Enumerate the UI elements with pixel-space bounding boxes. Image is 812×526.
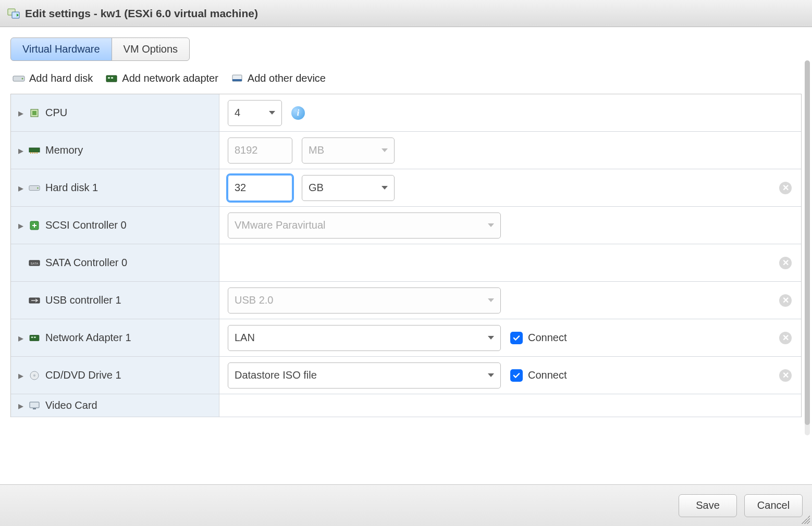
usb1-type-value: USB 2.0 xyxy=(235,294,273,306)
nic1-network-select[interactable]: LAN xyxy=(228,325,501,351)
save-button[interactable]: Save xyxy=(679,494,737,517)
dialog-footer: Save Cancel xyxy=(0,484,812,526)
row-memory-label-cell[interactable]: ▸ Memory xyxy=(11,132,219,169)
chevron-down-icon xyxy=(488,336,494,340)
memory-size-value[interactable] xyxy=(235,144,286,156)
expand-icon[interactable]: ▸ xyxy=(18,110,23,116)
svg-rect-12 xyxy=(30,152,31,154)
row-network-adapter-1-label: Network Adapter 1 xyxy=(45,332,131,344)
expand-icon[interactable]: ▸ xyxy=(18,185,23,191)
row-cpu-label-cell[interactable]: ▸ CPU xyxy=(11,94,219,131)
svg-rect-28 xyxy=(33,408,36,409)
row-video-card-label-cell[interactable]: ▸ Video Card xyxy=(11,394,219,417)
row-sata-controller-0-label-cell[interactable]: SATA SATA Controller 0 xyxy=(11,244,219,281)
row-hard-disk-1-label-cell[interactable]: ▸ Hard disk 1 xyxy=(11,169,219,206)
row-sata-controller-0-label: SATA Controller 0 xyxy=(45,257,127,269)
expand-icon[interactable]: ▸ xyxy=(18,403,23,408)
add-hard-disk-label: Add hard disk xyxy=(29,72,93,84)
row-cddvd-drive-1: ▸ CD/DVD Drive 1 Datastore ISO file Conn… xyxy=(11,357,801,394)
svg-rect-24 xyxy=(34,336,36,338)
row-network-adapter-1-label-cell[interactable]: ▸ Network Adapter 1 xyxy=(11,319,219,356)
nic1-connect-checkbox[interactable]: Connect xyxy=(510,332,567,344)
row-sata-controller-0: SATA SATA Controller 0 ✕ xyxy=(11,244,801,282)
chevron-down-icon xyxy=(269,111,275,115)
sata-icon: SATA xyxy=(29,258,40,268)
expand-icon[interactable]: ▸ xyxy=(18,335,23,341)
row-hard-disk-1-label: Hard disk 1 xyxy=(45,182,98,194)
row-video-card: ▸ Video Card xyxy=(11,394,801,417)
scrollbar-thumb[interactable] xyxy=(805,60,810,425)
checkbox-checked-icon xyxy=(510,332,523,344)
svg-rect-27 xyxy=(30,402,39,408)
resize-grip[interactable] xyxy=(802,516,810,524)
tab-virtual-hardware[interactable]: Virtual Hardware xyxy=(10,37,112,61)
svg-text:SATA: SATA xyxy=(31,262,39,265)
dialog-body: Virtual Hardware VM Options Add hard dis… xyxy=(0,27,812,484)
row-scsi-controller-0-label-cell[interactable]: ▸ SCSI Controller 0 xyxy=(11,207,219,244)
row-network-adapter-1: ▸ Network Adapter 1 LAN Connect ✕ xyxy=(11,319,801,357)
disk1-unit-select[interactable]: GB xyxy=(302,175,395,201)
hard-disk-icon xyxy=(13,74,25,83)
disk1-size-input[interactable] xyxy=(228,175,292,201)
svg-rect-6 xyxy=(111,77,113,79)
add-other-device-label: Add other device xyxy=(248,72,326,84)
vm-edit-icon xyxy=(7,7,20,20)
memory-unit-value: MB xyxy=(309,144,324,156)
row-cpu-label: CPU xyxy=(45,107,67,119)
dialog-title: Edit settings - kw1 (ESXi 6.0 virtual ma… xyxy=(25,7,258,20)
info-icon[interactable]: i xyxy=(291,106,305,120)
scsi-icon xyxy=(29,221,40,230)
remove-disk1-button[interactable]: ✕ xyxy=(779,182,792,194)
cpu-count-select[interactable]: 4 xyxy=(228,100,282,126)
tabs: Virtual Hardware VM Options xyxy=(10,37,802,61)
scrollbar[interactable] xyxy=(805,60,810,435)
add-network-adapter-label: Add network adapter xyxy=(122,72,218,84)
row-video-card-label: Video Card xyxy=(45,399,97,411)
row-scsi-controller-0: ▸ SCSI Controller 0 VMware Paravirtual xyxy=(11,207,801,244)
remove-usb1-button[interactable]: ✕ xyxy=(779,294,792,307)
chevron-down-icon xyxy=(488,223,494,227)
usb-icon xyxy=(29,296,40,305)
expand-icon[interactable]: ▸ xyxy=(18,373,23,378)
row-usb-controller-1: USB controller 1 USB 2.0 ✕ xyxy=(11,282,801,319)
cd1-connect-checkbox[interactable]: Connect xyxy=(510,369,567,382)
disk1-size-value[interactable] xyxy=(235,182,286,194)
scsi0-type-select[interactable]: VMware Paravirtual xyxy=(228,212,501,239)
add-network-adapter-button[interactable]: Add network adapter xyxy=(105,72,218,84)
tab-vm-options[interactable]: VM Options xyxy=(112,37,190,61)
row-cpu: ▸ CPU 4 i xyxy=(11,94,801,132)
nic-icon xyxy=(29,333,40,343)
chevron-down-icon xyxy=(488,373,494,377)
memory-size-input[interactable] xyxy=(228,137,292,164)
checkbox-checked-icon xyxy=(510,369,523,382)
add-toolbar: Add hard disk Add network adapter Add ot… xyxy=(10,71,802,94)
memory-icon xyxy=(29,146,40,155)
row-memory: ▸ Memory MB xyxy=(11,132,801,169)
memory-unit-select[interactable]: MB xyxy=(302,137,395,164)
chevron-down-icon xyxy=(488,298,494,302)
chevron-down-icon xyxy=(382,186,388,190)
svg-point-3 xyxy=(22,78,23,79)
add-hard-disk-button[interactable]: Add hard disk xyxy=(13,72,93,84)
monitor-icon xyxy=(29,401,40,410)
remove-sata0-button[interactable]: ✕ xyxy=(779,257,792,269)
cpu-count-value: 4 xyxy=(235,107,240,119)
device-icon xyxy=(231,74,243,83)
expand-icon[interactable]: ▸ xyxy=(18,223,23,228)
add-other-device-button[interactable]: Add other device xyxy=(231,72,326,84)
cd1-source-select[interactable]: Datastore ISO file xyxy=(228,362,501,389)
hardware-grid: ▸ CPU 4 i ▸ Memory xyxy=(10,94,802,417)
cpu-icon xyxy=(29,108,40,118)
usb1-type-select[interactable]: USB 2.0 xyxy=(228,287,501,314)
cd1-source-value: Datastore ISO file xyxy=(235,369,317,381)
nic-icon xyxy=(105,74,118,83)
row-usb-controller-1-label-cell[interactable]: USB controller 1 xyxy=(11,282,219,319)
row-hard-disk-1: ▸ Hard disk 1 GB ✕ xyxy=(11,169,801,207)
remove-nic1-button[interactable]: ✕ xyxy=(779,332,792,344)
expand-icon[interactable]: ▸ xyxy=(18,148,23,153)
nic1-connect-label: Connect xyxy=(528,332,567,344)
row-cddvd-drive-1-label-cell[interactable]: ▸ CD/DVD Drive 1 xyxy=(11,357,219,394)
remove-cd1-button[interactable]: ✕ xyxy=(779,369,792,382)
hard-disk-icon xyxy=(29,183,40,193)
cancel-button[interactable]: Cancel xyxy=(744,494,803,517)
